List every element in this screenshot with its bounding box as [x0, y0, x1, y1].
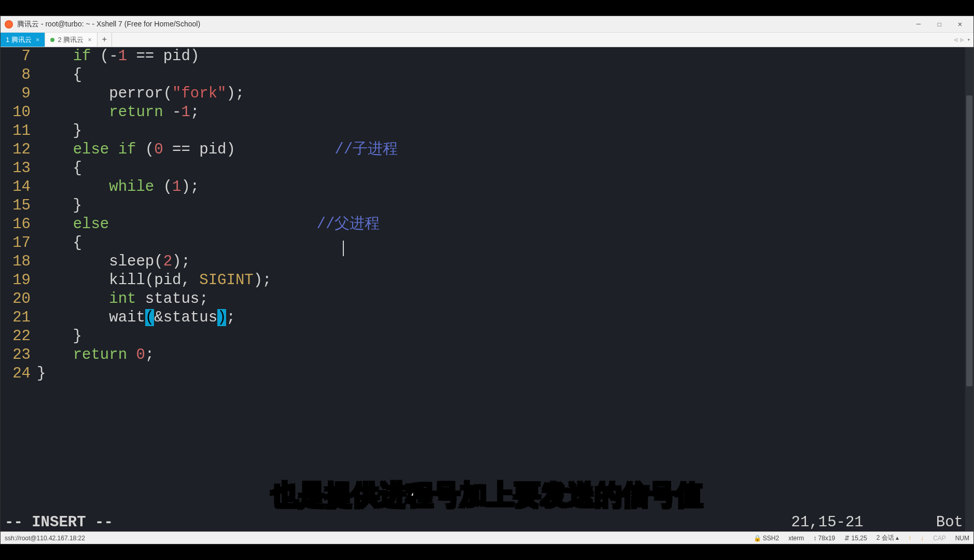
minimize-button[interactable]: — — [913, 20, 924, 29]
line-number: 18 — [1, 253, 37, 271]
tab-close-icon[interactable]: × — [88, 36, 92, 44]
vim-scroll-pos: Bot — [936, 514, 963, 531]
code-line: 19 kill(pid, SIGINT); — [1, 271, 973, 290]
code-line: 11 } — [1, 122, 973, 141]
code-line: 18 sleep(2); — [1, 253, 973, 271]
line-number: 19 — [1, 271, 37, 290]
bracket-match-close: ) — [217, 309, 226, 326]
maximize-button[interactable]: ☐ — [934, 20, 944, 29]
line-number: 14 — [1, 178, 37, 197]
window-title: 腾讯云 - root@turbo: ~ - Xshell 7 (Free for… — [17, 20, 913, 29]
status-right: 🔒 SSH2 xterm ↕ 78x19 ⇵ 15,25 2 会话 ▴ ↑ ↓ … — [754, 534, 970, 542]
code-line: 23 return 0; — [1, 346, 973, 365]
lock-icon: 🔒 — [754, 535, 761, 542]
tab-bar: 1 腾讯云 × 2 腾讯云 × + ◁ ▷ ▾ — [1, 33, 973, 47]
chevron-up-icon[interactable]: ▴ — [896, 534, 899, 541]
tab-nav: ◁ ▷ ▾ — [953, 33, 971, 47]
status-protocol: SSH2 — [763, 535, 779, 542]
tab-add-button[interactable]: + — [98, 33, 112, 47]
code-line: 10 return -1; — [1, 103, 973, 122]
line-number: 12 — [1, 141, 37, 159]
status-term: xterm — [788, 535, 804, 542]
line-number: 10 — [1, 103, 37, 122]
connection-string: ssh://root@110.42.167.18:22 — [5, 535, 754, 542]
download-icon[interactable]: ↓ — [921, 535, 924, 542]
tab-1[interactable]: 1 腾讯云 × — [1, 33, 45, 47]
line-number: 20 — [1, 290, 37, 309]
code-line: 20 int status; — [1, 290, 973, 309]
code-line: 15 } — [1, 197, 973, 215]
status-num: NUM — [955, 535, 969, 542]
status-bar: ssh://root@110.42.167.18:22 🔒 SSH2 xterm… — [1, 531, 973, 544]
vim-status-line: -- INSERT -- 21,15-21 Bot — [1, 513, 973, 531]
status-size: 78x19 — [818, 535, 836, 542]
app-icon — [5, 20, 13, 29]
line-number: 15 — [1, 197, 37, 215]
vim-cursor-pos: 21,15-21 — [791, 514, 864, 531]
line-number: 11 — [1, 122, 37, 141]
scrollbar-thumb[interactable] — [966, 95, 972, 386]
code-line: 7 if (-1 == pid) — [1, 47, 973, 66]
tab-2[interactable]: 2 腾讯云 × — [45, 33, 97, 47]
tab-status-dot-icon — [50, 38, 54, 42]
code-line: 22 } — [1, 327, 973, 346]
status-sessions: 2 会话 — [876, 534, 894, 541]
code-line: 13 { — [1, 159, 973, 178]
status-cursor: 15,25 — [852, 535, 867, 542]
vim-mode: -- INSERT -- — [1, 514, 791, 531]
tab-menu-icon[interactable]: ▾ — [966, 36, 971, 43]
line-number: 16 — [1, 215, 37, 234]
editor-area[interactable]: 7 if (-1 == pid) 8 { 9 perror("fork"); 1… — [1, 47, 973, 531]
line-number: 24 — [1, 365, 37, 383]
code-line: 21 wait(&status); — [1, 309, 973, 327]
line-number: 13 — [1, 159, 37, 178]
line-number: 23 — [1, 346, 37, 365]
line-number: 8 — [1, 66, 37, 85]
code-line: 14 while (1); — [1, 178, 973, 197]
close-button[interactable]: ✕ — [955, 20, 965, 29]
upload-icon[interactable]: ↑ — [908, 535, 911, 542]
line-number: 7 — [1, 47, 37, 66]
app-window: 腾讯云 - root@turbo: ~ - Xshell 7 (Free for… — [0, 16, 974, 544]
tab-close-icon[interactable]: × — [36, 36, 40, 44]
tab-next-icon[interactable]: ▷ — [959, 36, 965, 43]
code-line: 16 else //父进程 — [1, 215, 973, 234]
code-line: 12 else if (0 == pid) //子进程 — [1, 141, 973, 159]
tab-label: 1 腾讯云 — [6, 35, 32, 45]
code-line: 9 perror("fork"); — [1, 85, 973, 103]
title-bar: 腾讯云 - root@turbo: ~ - Xshell 7 (Free for… — [1, 16, 973, 33]
window-controls: — ☐ ✕ — [913, 20, 965, 29]
scrollbar[interactable] — [965, 47, 973, 531]
code-line: 24 } — [1, 365, 973, 383]
bracket-match-open: ( — [145, 309, 154, 326]
line-number: 17 — [1, 234, 37, 253]
line-number: 22 — [1, 327, 37, 346]
line-number: 9 — [1, 85, 37, 103]
terminal[interactable]: 7 if (-1 == pid) 8 { 9 perror("fork"); 1… — [1, 47, 973, 531]
tab-label: 2 腾讯云 — [58, 35, 84, 45]
status-caps: CAP — [933, 535, 946, 542]
code-line: 8 { — [1, 66, 973, 85]
code-line: 17 { — [1, 234, 973, 253]
line-number: 21 — [1, 309, 37, 327]
tab-prev-icon[interactable]: ◁ — [953, 36, 958, 43]
